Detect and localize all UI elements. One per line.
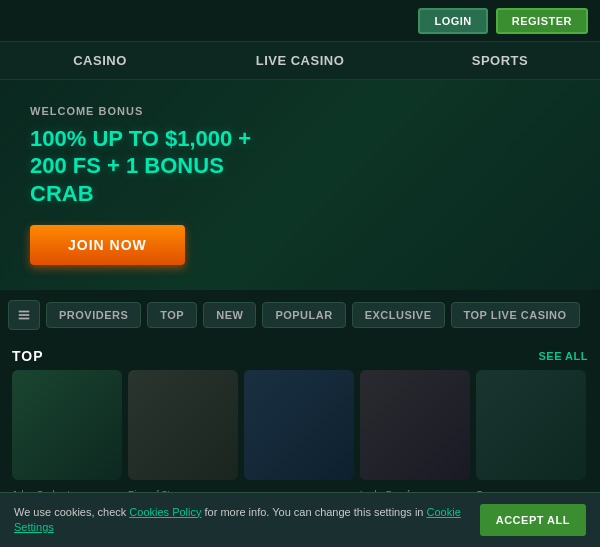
filter-top-live-casino[interactable]: TOP LIVE CASINO [451, 302, 580, 328]
game-card-2[interactable] [128, 370, 238, 480]
cookies-policy-link[interactable]: Cookies Policy [129, 506, 201, 518]
nav-sports[interactable]: SPORTS [400, 43, 600, 78]
accept-all-button[interactable]: ACCEPT ALL [480, 504, 586, 536]
filter-bar: PROVIDERS TOP NEW POPULAR EXCLUSIVE TOP … [0, 290, 600, 340]
welcome-bonus-label: WELCOME BONUS [30, 105, 143, 117]
menu-icon [17, 308, 31, 322]
filter-icon-button[interactable] [8, 300, 40, 330]
hero-banner: WELCOME BONUS 100% UP TO $1,000 +200 FS … [0, 80, 600, 290]
top-see-all[interactable]: SEE ALL [538, 350, 588, 362]
join-now-button[interactable]: JOIN NOW [30, 225, 185, 265]
filter-providers[interactable]: PROVIDERS [46, 302, 141, 328]
filter-top[interactable]: TOP [147, 302, 197, 328]
game-card-4[interactable] [360, 370, 470, 480]
login-button[interactable]: LOGIN [418, 8, 487, 34]
game-card-1[interactable] [12, 370, 122, 480]
top-section-title: TOP [12, 348, 44, 364]
svg-rect-1 [19, 314, 30, 316]
game-card-5[interactable] [476, 370, 586, 480]
game-card-3[interactable] [244, 370, 354, 480]
filter-popular[interactable]: POPULAR [262, 302, 345, 328]
svg-rect-2 [19, 318, 30, 320]
main-nav: CASINO LIVE CASINO SPORTS [0, 42, 600, 80]
header: LOGIN REGISTER [0, 0, 600, 42]
nav-casino[interactable]: CASINO [0, 43, 200, 78]
filter-new[interactable]: NEW [203, 302, 256, 328]
games-row [0, 370, 600, 485]
bonus-headline: 100% UP TO $1,000 +200 FS + 1 BONUSCRAB [30, 125, 251, 208]
nav-live-casino[interactable]: LIVE CASINO [200, 43, 400, 78]
cookie-text: We use cookies, check Cookies Policy for… [14, 505, 480, 536]
cookie-text-middle: for more info. You can change this setti… [202, 506, 427, 518]
svg-rect-0 [19, 311, 30, 313]
header-buttons: LOGIN REGISTER [418, 8, 588, 34]
filter-exclusive[interactable]: EXCLUSIVE [352, 302, 445, 328]
cookie-text-before: We use cookies, check [14, 506, 129, 518]
top-section-header: TOP SEE ALL [0, 340, 600, 370]
cookie-banner: We use cookies, check Cookies Policy for… [0, 492, 600, 547]
register-button[interactable]: REGISTER [496, 8, 588, 34]
